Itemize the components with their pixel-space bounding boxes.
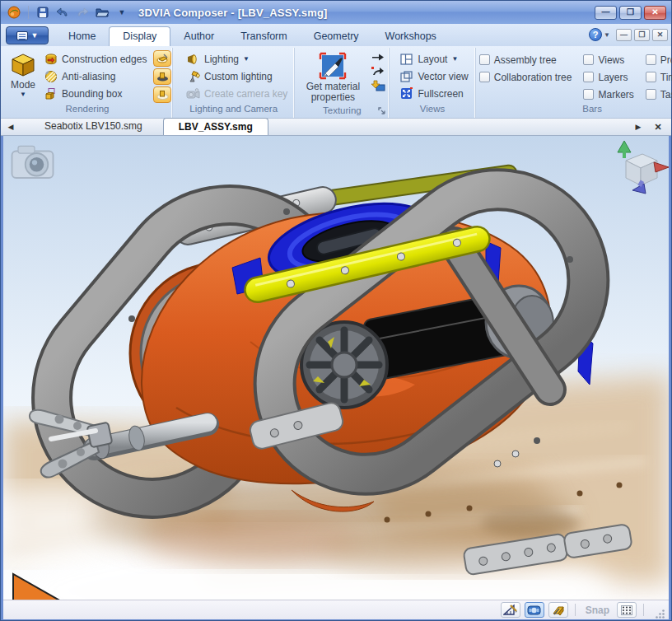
get-material-properties-button[interactable]: Get material properties (298, 49, 367, 105)
ribbon: Mode ▼ Construction edges Anti-al (1, 46, 671, 119)
minimize-button[interactable]: — (595, 6, 617, 20)
doc-minimize-button[interactable]: — (616, 29, 632, 41)
import-texture-icon[interactable] (371, 80, 385, 91)
virtual-camera-button[interactable] (525, 602, 544, 618)
resize-grip[interactable] (654, 608, 665, 619)
eyedropper-icon (319, 52, 347, 80)
collaboration-tree-label: Collaboration tree (494, 72, 572, 83)
lighting-group-label: Lighting and Camera (176, 104, 291, 118)
qat-more-button[interactable]: ▼ (114, 5, 130, 20)
tab-scroll-left-icon[interactable]: ◀ (4, 120, 17, 133)
assembly-tree-label: Assembly tree (494, 54, 557, 66)
grid-button[interactable] (617, 602, 637, 618)
tab-geometry[interactable]: Geometry (301, 27, 372, 46)
app-window: ▼ 3DVIA Composer - [LBV_ASSY.smg] — ❐ ✕ … (0, 0, 672, 621)
snap-toggle[interactable]: Snap (582, 605, 613, 616)
markers-label: Markers (598, 89, 633, 100)
views-checkbox[interactable]: Views (583, 51, 633, 68)
rendering-group-label: Rendering (6, 104, 169, 118)
vector-view-label: Vector view (418, 71, 468, 82)
add-texture-icon[interactable] (371, 66, 385, 77)
tab-display[interactable]: Display (109, 26, 170, 46)
tab-home[interactable]: Home (55, 27, 109, 46)
bounding-box-button[interactable]: Bounding box (40, 85, 150, 102)
paper-space-button[interactable] (548, 602, 568, 618)
scene-camera-icon[interactable] (12, 146, 54, 178)
layers-checkbox[interactable]: Layers (583, 68, 633, 86)
maximize-button[interactable]: ❐ (619, 6, 642, 20)
help-button[interactable]: ? ▼ (589, 28, 610, 41)
custom-lighting-button[interactable]: Custom lighting (183, 68, 291, 85)
doc-tab-seabotix[interactable]: Seabotix LBV150.smg (29, 117, 158, 135)
doc-tab-close-icon[interactable]: ✕ (651, 120, 665, 133)
timeline-checkbox[interactable]: Timeline (646, 68, 672, 86)
quick-access-toolbar: ▼ (6, 5, 130, 20)
layout-button[interactable]: Layout ▼ (396, 50, 471, 68)
vector-view-icon (399, 69, 413, 83)
properties-label: Properties (660, 54, 672, 66)
render-mode-cube-icon (10, 52, 36, 78)
tab-transform[interactable]: Transform (227, 27, 301, 46)
bounding-box-icon (44, 86, 58, 100)
help-icon: ? (589, 28, 602, 41)
tab-author[interactable]: Author (170, 27, 227, 46)
group-texturing: Get material properties Texturing (294, 48, 389, 118)
undo-button[interactable] (54, 5, 71, 20)
save-button[interactable] (35, 5, 51, 20)
render-style-plain-button[interactable] (153, 86, 171, 103)
checkbox-icon (479, 54, 490, 65)
doc-tab-lbv-assy[interactable]: LBV_ASSY.smg (163, 118, 268, 135)
redo-button[interactable] (74, 5, 91, 20)
application-menu-button[interactable]: ▼ (6, 26, 49, 44)
construction-edges-icon (44, 52, 58, 66)
status-bar: Snap (3, 600, 669, 619)
mode-button[interactable]: Mode ▼ (6, 49, 40, 100)
collaboration-tree-checkbox[interactable]: Collaboration tree (479, 68, 572, 86)
doc-close-button[interactable]: ✕ (652, 29, 668, 41)
rov-scene (3, 136, 669, 600)
custom-lighting-label: Custom lighting (204, 71, 273, 82)
fullscreen-button[interactable]: Fullscreen (396, 85, 471, 102)
close-button[interactable]: ✕ (644, 6, 666, 20)
document-tab-bar: ◀ Seabotix LBV150.smg LBV_ASSY.smg ▶ ✕ (1, 119, 671, 136)
tab-scroll-right-icon[interactable]: ▶ (632, 120, 645, 133)
tasks-checkbox[interactable]: Tasks (646, 86, 672, 103)
window-title: 3DVIA Composer - [LBV_ASSY.smg] (138, 7, 328, 19)
create-camera-key-icon (186, 86, 200, 100)
group-rendering: Mode ▼ Construction edges Anti-al (2, 48, 172, 118)
assembly-tree-checkbox[interactable]: Assembly tree (479, 51, 572, 68)
viewport-3d[interactable] (3, 136, 669, 600)
protractor-pencil-icon (503, 604, 517, 616)
lighting-button[interactable]: Lighting ▼ (183, 50, 291, 68)
measure-tools-button[interactable] (501, 602, 520, 618)
checkbox-icon (583, 54, 594, 65)
group-views: Layout ▼ Vector view Fullscreen (389, 48, 474, 118)
tab-workshops[interactable]: Workshops (372, 27, 450, 46)
anti-aliasing-button[interactable]: Anti-aliasing (40, 68, 150, 85)
apply-texture-icon[interactable] (371, 52, 385, 63)
frame-screw (128, 315, 135, 322)
render-style-smooth-button[interactable] (153, 50, 171, 67)
paper-space-icon (552, 605, 565, 616)
construction-edges-label: Construction edges (62, 54, 147, 65)
render-style-shadow-button[interactable] (153, 68, 171, 85)
markers-checkbox[interactable]: Markers (583, 86, 633, 103)
doc-restore-button[interactable]: ❐ (634, 29, 650, 41)
tasks-label: Tasks (660, 89, 672, 100)
create-camera-key-button[interactable]: Create camera key (183, 85, 291, 102)
app-logo-icon (6, 5, 22, 20)
ribbon-tab-row: ▼ Home Display Author Transform Geometry… (1, 24, 671, 46)
bounding-box-label: Bounding box (62, 88, 122, 100)
camera-mode-icon (527, 605, 541, 616)
layers-label: Layers (598, 72, 628, 83)
vector-view-button[interactable]: Vector view (396, 68, 471, 85)
lighting-icon (186, 52, 200, 66)
title-bar: ▼ 3DVIA Composer - [LBV_ASSY.smg] — ❐ ✕ (1, 1, 671, 24)
texturing-dialog-launcher[interactable] (378, 107, 386, 115)
checkbox-icon (646, 54, 656, 65)
checkbox-icon (583, 89, 594, 100)
open-button[interactable] (94, 5, 110, 20)
properties-checkbox[interactable]: Properties (646, 51, 672, 68)
views-group-label: Views (393, 104, 471, 118)
construction-edges-button[interactable]: Construction edges (40, 50, 150, 68)
